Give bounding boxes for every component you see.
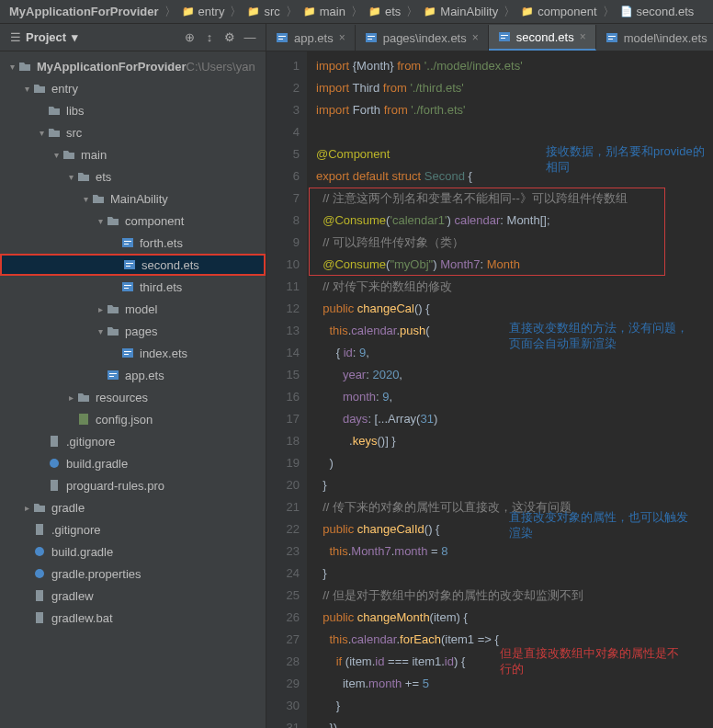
code-line[interactable]: import {Month} from '../model/index.ets' (316, 55, 713, 77)
tree-item[interactable]: app.ets (0, 364, 266, 386)
svg-rect-2 (124, 244, 129, 245)
tree-item[interactable]: ▸gradle (0, 496, 266, 518)
tree-item[interactable]: ▾main (0, 143, 266, 165)
editor-tab[interactable]: second.ets× (489, 25, 596, 51)
code-line[interactable]: @Consume('calendar1') calendar: Month[]; (316, 210, 713, 232)
tree-item[interactable]: ▸resources (0, 386, 266, 408)
code-line[interactable]: // 对传下来的数组的修改 (316, 276, 713, 298)
breadcrumb-label: MyApplicationForProvider (9, 5, 159, 18)
code-line[interactable]: } (316, 474, 713, 496)
code-line[interactable]: @Consume("myObj") Month7: Month (316, 254, 713, 276)
tree-item[interactable]: gradle.properties (0, 563, 266, 585)
svg-point-21 (35, 569, 44, 578)
breadcrumb-item[interactable]: 📁entry (178, 5, 229, 18)
code-line[interactable]: public changeCal() { (316, 298, 713, 320)
tree-item[interactable]: build.gradle (0, 540, 266, 563)
code-line[interactable]: // 可以跨组件传对象（类） (316, 232, 713, 254)
code-line[interactable]: // 但是对于数组中的对象的属性的改变却监测不到 (316, 585, 713, 607)
sidebar-icon[interactable]: ☰ (6, 28, 26, 48)
tree-item[interactable]: gradlew (0, 585, 266, 607)
breadcrumb-item[interactable]: 📁component (517, 5, 600, 18)
breadcrumb-item[interactable]: 📄second.ets (617, 5, 698, 18)
tree-item[interactable]: ▾component (0, 210, 266, 232)
close-icon[interactable]: × (339, 31, 345, 44)
tree-item[interactable]: ▾entry (0, 77, 266, 99)
tree-item[interactable]: ▾src (0, 121, 266, 143)
code-line[interactable]: }) (316, 717, 713, 728)
code-line[interactable]: days: [...Array(31) (316, 408, 713, 430)
code-line[interactable] (316, 121, 713, 143)
project-title[interactable]: Project ▾ (26, 30, 78, 44)
tree-item[interactable]: index.ets (0, 342, 266, 364)
chevron-down-icon[interactable]: ▾ (6, 62, 18, 72)
breadcrumb-item[interactable]: 📁main (300, 5, 349, 18)
file-icon (33, 523, 48, 536)
breadcrumb-item[interactable]: 📁ets (365, 5, 404, 18)
code-line[interactable]: month: 9, (316, 386, 713, 408)
tree-item-label: build.gradle (66, 457, 128, 471)
code-line[interactable]: .keys()] } (316, 430, 713, 452)
line-number: 3 (266, 99, 300, 121)
chevron-down-icon[interactable]: ▾ (64, 172, 77, 182)
code-line[interactable]: } (316, 695, 713, 717)
chevron-down-icon[interactable]: ▾ (94, 216, 107, 226)
tree-item-label: entry (51, 82, 78, 96)
code-editor[interactable]: 1234567891011121314151617181920212223242… (266, 51, 713, 728)
tree-item[interactable]: ▾MyApplicationForProvider C:\Users\yan (0, 55, 266, 77)
tree-item[interactable]: ▾MainAbility (0, 188, 266, 210)
editor-tab[interactable]: model\index.ets× (596, 25, 713, 51)
code-line[interactable]: import Third from './third.ets' (316, 77, 713, 99)
code-line[interactable]: // 注意这两个别名和变量名不能相同--》可以跨组件传数组 (316, 188, 713, 210)
code-line[interactable]: year: 2020, (316, 364, 713, 386)
editor-tab[interactable]: pages\index.ets× (356, 25, 489, 51)
project-panel: ☰ Project ▾ ⊕ ↕ ⚙ — ▾MyApplicationForPro… (0, 24, 266, 728)
breadcrumb-item[interactable]: MyApplicationForProvider (6, 5, 163, 18)
svg-rect-29 (368, 39, 372, 40)
chevron-down-icon[interactable]: ▾ (94, 326, 107, 336)
tree-item[interactable]: ▾pages (0, 320, 266, 342)
tree-item[interactable]: forth.ets (0, 232, 266, 254)
tree-item-label: build.gradle (51, 545, 113, 559)
folder-icon (48, 105, 62, 116)
project-tree[interactable]: ▾MyApplicationForProvider C:\Users\yan▾e… (0, 51, 266, 728)
chevron-down-icon[interactable]: ▾ (20, 84, 33, 94)
chevron-down-icon[interactable]: ▾ (79, 194, 92, 204)
code-line[interactable]: this.Month7.month = 8 (316, 540, 713, 563)
tree-item-label: src (66, 126, 82, 140)
chevron-down-icon[interactable]: ▾ (50, 150, 62, 160)
svg-rect-9 (122, 348, 133, 358)
tree-item[interactable]: ▾ets (0, 165, 266, 188)
tree-item-label: gradlew (51, 589, 94, 603)
tree-item[interactable]: third.ets (0, 276, 266, 298)
tree-item[interactable]: proguard-rules.pro (0, 474, 266, 496)
ets-icon (605, 31, 618, 44)
chevron-right-icon[interactable]: ▸ (64, 392, 77, 403)
tree-item[interactable]: build.gradle (0, 452, 266, 474)
close-icon[interactable]: × (472, 31, 479, 44)
code-line[interactable]: public changeMonth(item) { (316, 607, 713, 629)
tree-item[interactable]: second.ets (0, 254, 266, 276)
chevron-down-icon[interactable]: ▾ (35, 128, 48, 138)
chevron-right-icon[interactable]: ▸ (20, 503, 33, 513)
tree-item[interactable]: .gitignore (0, 430, 266, 452)
tree-item[interactable]: gradlew.bat (0, 607, 266, 629)
breadcrumb-item[interactable]: 📁src (243, 5, 283, 18)
chevron-right-icon: 〉 (164, 4, 176, 20)
close-icon[interactable]: × (580, 30, 586, 43)
tree-item[interactable]: libs (0, 99, 266, 121)
expand-icon[interactable]: ↕ (199, 28, 220, 48)
breadcrumb-item[interactable]: 📁MainAbility (420, 5, 502, 18)
code-area[interactable]: import {Month} from '../model/index.ets'… (307, 51, 713, 728)
code-line[interactable]: } (316, 563, 713, 585)
code-line[interactable]: ) (316, 452, 713, 474)
tree-item[interactable]: .gitignore (0, 518, 266, 540)
chevron-right-icon[interactable]: ▸ (94, 304, 107, 314)
tree-item[interactable]: ▸model (0, 298, 266, 320)
tree-item[interactable]: config.json (0, 408, 266, 430)
chevron-right-icon: 〉 (351, 4, 363, 20)
select-opened-icon[interactable]: ⊕ (179, 28, 199, 48)
hide-icon[interactable]: — (240, 28, 260, 48)
code-line[interactable]: import Forth from './forth.ets' (316, 99, 713, 121)
gear-icon[interactable]: ⚙ (220, 28, 240, 48)
editor-tab[interactable]: app.ets× (266, 25, 356, 51)
